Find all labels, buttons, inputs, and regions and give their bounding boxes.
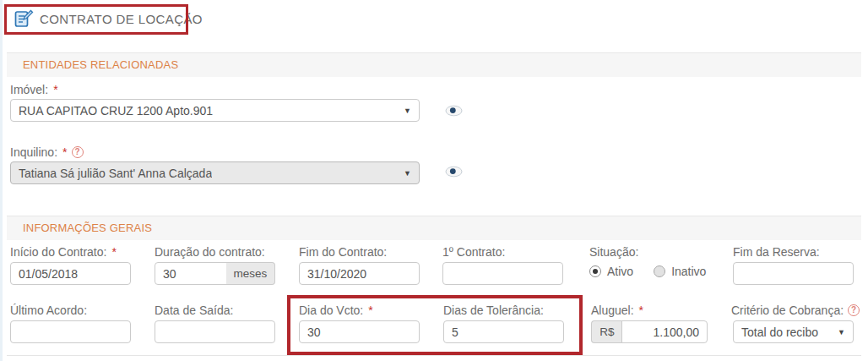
data-saida-label: Data de Saída: xyxy=(155,304,233,317)
contract-icon xyxy=(14,8,34,29)
criterio-cobranca-select[interactable]: Total do recibo ▼ xyxy=(733,320,854,343)
aluguel-label: Aluguel:* xyxy=(591,304,643,317)
data-saida-input[interactable] xyxy=(155,320,275,343)
section-gerais-header: INFORMAÇÕES GERAIS xyxy=(7,216,861,240)
required-asterisk: * xyxy=(368,304,372,317)
dias-tolerancia-label: Dias de Tolerância: xyxy=(443,304,544,317)
view-imovel-eye-icon[interactable] xyxy=(445,105,463,117)
criterio-selected-value: Total do recibo xyxy=(741,325,818,339)
aluguel-currency-addon: R$ xyxy=(591,320,622,343)
bottom-divider xyxy=(7,355,861,356)
fim-contrato-label: Fim do Contrato: xyxy=(299,245,387,259)
fim-contrato-input[interactable] xyxy=(299,262,420,285)
dias-tolerancia-input[interactable] xyxy=(443,320,564,343)
required-asterisk: * xyxy=(639,304,643,317)
dropdown-caret-icon: ▼ xyxy=(404,169,411,178)
imovel-label: Imóvel:* xyxy=(10,83,58,96)
section-entidades-header: ENTIDADES RELACIONADAS xyxy=(7,52,861,77)
ultimo-acordo-label: Último Acordo: xyxy=(10,304,87,317)
imovel-select[interactable]: RUA CAPITAO CRUZ 1200 Apto.901 ▼ xyxy=(10,99,420,122)
required-asterisk: * xyxy=(111,245,116,259)
inicio-contrato-label: Início do Contrato:* xyxy=(10,245,117,259)
section-entidades-title: ENTIDADES RELACIONADAS xyxy=(23,58,178,71)
fim-reserva-label: Fim da Reserva: xyxy=(733,245,820,259)
criterio-cobranca-label: Critério de Cobrança: ? xyxy=(731,304,860,317)
primeiro-contrato-label: 1º Contrato: xyxy=(442,245,505,259)
fim-reserva-input[interactable] xyxy=(733,262,854,285)
situacao-radio-group: Ativo Inativo xyxy=(589,265,706,278)
duracao-meses-addon: meses xyxy=(226,262,275,285)
dropdown-caret-icon: ▼ xyxy=(838,328,845,336)
imovel-selected-value: RUA CAPITAO CRUZ 1200 Apto.901 xyxy=(19,104,213,118)
inquilino-label: Inquilino:* ? xyxy=(10,145,84,159)
inquilino-select[interactable]: Tatiana Sá julião Sant' Anna Calçada ▼ xyxy=(10,161,420,184)
required-asterisk: * xyxy=(62,145,67,159)
radio-inativo[interactable] xyxy=(654,265,665,277)
aluguel-input[interactable] xyxy=(621,320,708,343)
duracao-contrato-label: Duração do contrato: xyxy=(155,245,265,259)
inquilino-help-icon[interactable]: ? xyxy=(72,146,84,158)
radio-inativo-label: Inativo xyxy=(671,265,706,278)
page-title: CONTRATO DE LOCAÇÃO xyxy=(40,12,203,26)
situacao-label: Situação: xyxy=(589,245,638,259)
section-gerais-title: INFORMAÇÕES GERAIS xyxy=(23,222,152,234)
inicio-contrato-input[interactable] xyxy=(10,262,131,285)
radio-ativo[interactable] xyxy=(589,265,601,277)
criterio-help-icon[interactable]: ? xyxy=(848,304,860,316)
radio-ativo-label: Ativo xyxy=(607,265,633,278)
dropdown-caret-icon: ▼ xyxy=(404,107,411,115)
dia-vcto-label: Dia do Vcto:* xyxy=(299,304,373,317)
required-asterisk: * xyxy=(53,83,57,96)
duracao-contrato-input[interactable] xyxy=(155,262,227,285)
ultimo-acordo-input[interactable] xyxy=(10,320,131,343)
page-header: CONTRATO DE LOCAÇÃO xyxy=(14,8,203,29)
inquilino-selected-value: Tatiana Sá julião Sant' Anna Calçada xyxy=(19,167,212,180)
page-left-edge xyxy=(0,0,3,361)
contract-form-page: CONTRATO DE LOCAÇÃO ENTIDADES RELACIONAD… xyxy=(0,0,868,361)
primeiro-contrato-input[interactable] xyxy=(442,262,563,285)
dia-vcto-input[interactable] xyxy=(299,320,420,343)
view-inquilino-eye-icon[interactable] xyxy=(445,166,463,178)
